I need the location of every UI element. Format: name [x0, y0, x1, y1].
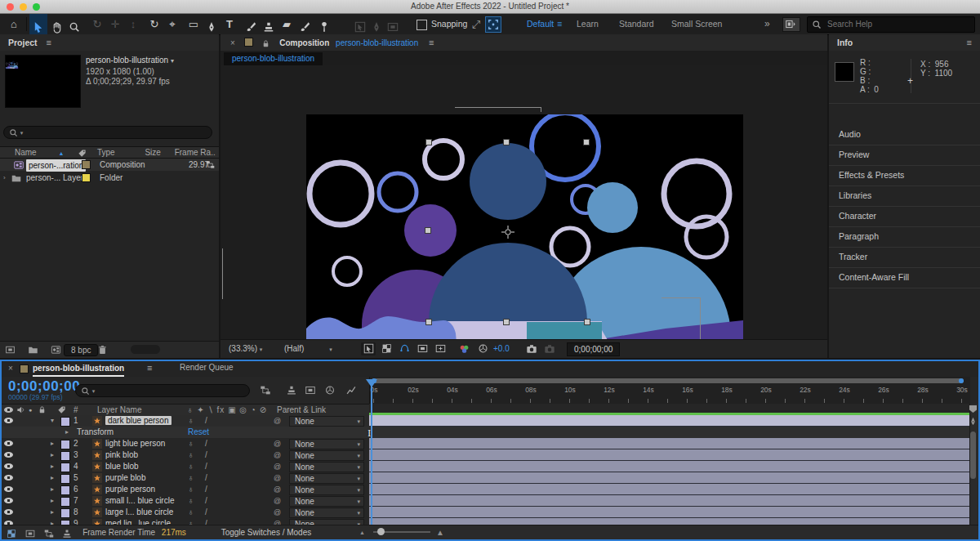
layer-color-swatch[interactable]	[60, 497, 70, 507]
eye-icon[interactable]	[4, 438, 13, 449]
clone-stamp-tool[interactable]	[260, 14, 278, 34]
expander-icon[interactable]: ▸	[65, 427, 69, 438]
viewer-timecode[interactable]: 0;00;00;00	[567, 342, 620, 356]
eraser-tool[interactable]: ▰	[278, 14, 296, 34]
transform-reset-link[interactable]: Reset	[188, 427, 209, 438]
quality-icon[interactable]: /	[205, 507, 207, 518]
layer-name[interactable]: blue blob	[105, 461, 139, 472]
layer-duration-bar[interactable]	[369, 495, 969, 507]
label-color-swatch[interactable]	[82, 160, 91, 169]
frame-blending-icon[interactable]	[305, 385, 316, 396]
panel-effects-presets[interactable]: Effects & Presets	[829, 165, 980, 186]
layer-duration-bar[interactable]	[369, 507, 969, 519]
mask-visibility-icon[interactable]	[397, 342, 412, 355]
shy-icon[interactable]: ♁	[188, 415, 194, 427]
comp-name[interactable]: person-blob-illustration	[86, 56, 168, 65]
expander-icon[interactable]: ▸	[51, 461, 54, 472]
region-of-interest-icon[interactable]	[415, 342, 430, 355]
panel-content-aware-fill[interactable]: Content-Aware Fill	[829, 267, 980, 288]
shy-icon[interactable]: ♁	[188, 484, 194, 495]
timeline-timecode[interactable]: 0;00;00;00	[8, 378, 80, 395]
expander-icon[interactable]: ▾	[51, 415, 54, 427]
layer-duration-bar[interactable]	[369, 449, 969, 462]
interpret-footage-icon[interactable]	[5, 345, 16, 355]
pickwhip-icon[interactable]: @	[274, 449, 281, 461]
item-name[interactable]: person-...ration	[26, 159, 86, 172]
panel-character[interactable]: Character	[829, 206, 980, 227]
transparency-grid-icon[interactable]	[379, 342, 394, 355]
eye-icon[interactable]	[4, 415, 13, 427]
panel-preview[interactable]: Preview	[829, 145, 980, 166]
eye-icon[interactable]	[4, 472, 13, 484]
label-color-swatch[interactable]	[82, 173, 91, 182]
bit-depth-button[interactable]: 8 bpc	[64, 344, 98, 356]
shy-icon[interactable]: ♁	[188, 507, 194, 518]
pickwhip-icon[interactable]: @	[274, 461, 281, 472]
parent-dropdown[interactable]: None▾	[289, 485, 364, 495]
motion-blur-icon[interactable]	[324, 385, 336, 396]
parent-dropdown[interactable]: None▾	[289, 416, 364, 427]
close-icon[interactable]: ×	[8, 364, 13, 373]
pen-tool[interactable]	[203, 14, 220, 34]
pickwhip-icon[interactable]: @	[274, 507, 281, 518]
pickwhip-icon[interactable]: @	[274, 484, 281, 495]
expander-icon[interactable]: ▸	[51, 438, 54, 449]
rotation-tool[interactable]: ↻	[145, 14, 163, 34]
column-size[interactable]: Size	[145, 148, 160, 157]
layer-name[interactable]: purple blob	[105, 472, 145, 484]
snap-arrow-icon[interactable]: ⤢	[467, 14, 485, 34]
workspace-small-screen[interactable]: Small Screen	[671, 14, 722, 34]
quality-icon[interactable]: /	[205, 484, 207, 495]
channel-icon[interactable]	[457, 342, 472, 355]
new-composition-icon[interactable]	[51, 345, 61, 355]
property-row-transform[interactable]: ▸ Transform Reset	[2, 427, 369, 439]
chevron-down-icon[interactable]: ▾	[171, 57, 174, 65]
layer-name[interactable]: large l... blue circle	[105, 507, 173, 518]
quality-icon[interactable]: /	[205, 415, 207, 427]
resolution-dropdown[interactable]: (Half) ▾	[284, 340, 332, 358]
layer-name[interactable]: purple person	[105, 484, 155, 495]
snap-features-icon[interactable]	[485, 16, 501, 33]
viewer-menu-icon[interactable]: ≡	[429, 38, 434, 47]
layer-color-swatch[interactable]	[60, 463, 70, 472]
layer-duration-bar[interactable]	[369, 472, 969, 485]
pickwhip-icon[interactable]: @	[274, 415, 281, 427]
zoom-tool[interactable]	[65, 14, 83, 34]
help-search-input[interactable]	[826, 19, 960, 29]
type-tool[interactable]: T	[220, 14, 238, 34]
pickwhip-icon[interactable]: @	[274, 438, 281, 449]
pickwhip-icon[interactable]: @	[274, 495, 281, 507]
playhead-line[interactable]	[371, 381, 372, 526]
layer-row[interactable]: ▸ 4 blue blob ♁ / @ None▾	[2, 461, 369, 473]
parent-dropdown[interactable]: None▾	[289, 450, 364, 461]
pickwhip-icon[interactable]: @	[274, 472, 281, 484]
shy-icon[interactable]: ♁	[188, 495, 194, 507]
timeline-zoom-knob[interactable]	[377, 528, 385, 535]
layer-duration-bar[interactable]	[369, 438, 969, 450]
layer-row[interactable]: ▾ 1 dark blue person ♁ / @ None▾	[2, 415, 369, 427]
expander-icon[interactable]: ▸	[51, 507, 54, 518]
expander-icon[interactable]: ▸	[51, 472, 54, 484]
toggle-switches-modes-button[interactable]: Toggle Switches / Modes	[221, 528, 312, 537]
timeline-search-box[interactable]: ▾	[75, 384, 250, 397]
roto-brush-tool[interactable]	[296, 14, 314, 34]
brush-tool[interactable]	[242, 14, 260, 34]
layer-color-swatch[interactable]	[60, 440, 70, 449]
expander-icon[interactable]: ›	[3, 172, 6, 184]
panel-audio[interactable]: Audio	[829, 124, 980, 145]
quality-icon[interactable]: /	[205, 461, 207, 472]
eye-icon[interactable]	[4, 449, 13, 461]
composition-canvas[interactable]	[306, 114, 743, 340]
layer-duration-bar[interactable]	[369, 461, 969, 473]
home-icon[interactable]: ⌂	[5, 14, 23, 34]
quality-icon[interactable]: /	[205, 495, 207, 507]
quality-icon[interactable]: /	[205, 438, 207, 449]
trash-icon[interactable]	[97, 345, 108, 355]
layer-row[interactable]: ▸ 6 purple person ♁ / @ None▾	[2, 484, 369, 496]
layer-name[interactable]: light blue person	[105, 438, 165, 449]
timeline-tab-menu-icon[interactable]: ≡	[147, 363, 152, 373]
always-preview-icon[interactable]	[361, 342, 376, 355]
eye-icon[interactable]	[4, 495, 13, 507]
layer-color-swatch[interactable]	[60, 417, 70, 427]
layer-row[interactable]: ▸ 7 small l... blue circle ♁ / @ None▾	[2, 495, 369, 507]
